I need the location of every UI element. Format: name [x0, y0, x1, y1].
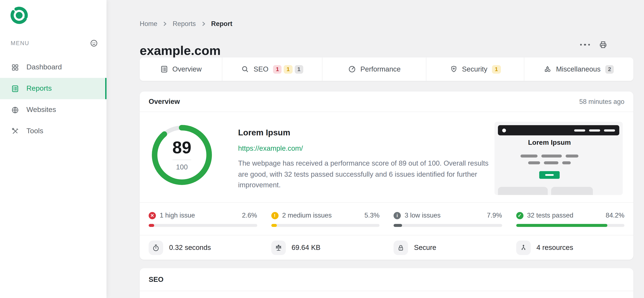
report-timestamp: 58 minutes ago	[579, 98, 624, 105]
site-thumbnail: Lorem Ipsum	[494, 122, 623, 195]
site-description: The webpage has received a performance s…	[238, 158, 499, 191]
reports-icon	[11, 84, 20, 93]
chevron-right-icon	[200, 21, 206, 27]
tab-badges: 1 1 1	[273, 65, 303, 73]
dashboard-icon	[11, 63, 20, 71]
metric-security: Secure	[394, 240, 502, 255]
stat-percent: 84.2%	[606, 212, 624, 219]
page-title: example.com	[140, 43, 221, 58]
sidebar-item-label: Tools	[26, 127, 43, 135]
tab-security[interactable]: Security 1	[426, 57, 524, 81]
thumbnail-nav-links	[574, 129, 615, 131]
tab-miscellaneous[interactable]: Miscellaneous 2	[524, 57, 633, 81]
low-issue-icon: i	[394, 212, 401, 219]
thumbnail-cta-button	[539, 171, 560, 179]
chevron-right-icon	[162, 21, 168, 27]
tab-seo[interactable]: SEO 1 1 1	[222, 57, 322, 81]
score-max: 100	[176, 163, 188, 171]
printer-icon[interactable]	[598, 40, 608, 49]
tab-label: Performance	[360, 65, 400, 73]
overview-icon	[160, 65, 168, 73]
stat-label: 1 high issue	[160, 212, 195, 219]
security-issues-badge: 1	[492, 65, 501, 73]
metric-load-time: 0.32 seconds	[149, 240, 257, 255]
metric-label: Secure	[414, 244, 436, 252]
sidebar-menu-header: MENU	[11, 39, 98, 47]
metric-label: 0.32 seconds	[169, 244, 211, 252]
stat-percent: 5.3%	[364, 212, 380, 219]
sidebar-item-dashboard[interactable]: Dashboard	[0, 57, 106, 78]
site-url-link[interactable]: https://example.com/	[238, 144, 303, 152]
breadcrumb-home[interactable]: Home	[140, 20, 158, 28]
stat-percent: 2.6%	[242, 212, 257, 219]
tab-performance[interactable]: Performance	[322, 57, 426, 81]
progress-track	[516, 224, 624, 227]
sidebar-nav: Dashboard Reports	[0, 57, 106, 142]
tab-label: SEO	[254, 65, 268, 73]
sidebar-item-label: Websites	[26, 106, 56, 114]
stat-label: 32 tests passed	[527, 212, 573, 219]
stopwatch-icon	[149, 240, 163, 255]
passed-check-icon: ✓	[516, 212, 523, 219]
stat-percent: 7.9%	[487, 212, 502, 219]
scale-icon	[271, 240, 286, 255]
seo-card-header: SEO	[140, 268, 633, 291]
globe-icon	[11, 106, 20, 114]
thumbnail-text-lines	[494, 161, 604, 164]
breadcrumb: Home Reports Report	[140, 20, 232, 28]
sidebar-item-tools[interactable]: Tools	[0, 120, 106, 142]
metric-label: 4 resources	[536, 244, 573, 252]
thumbnail-text-lines	[494, 155, 604, 158]
thumbnail-card-placeholder	[498, 187, 548, 195]
misc-count-badge: 2	[605, 65, 614, 73]
persona-icon[interactable]	[90, 39, 98, 47]
tab-overview[interactable]: Overview	[140, 57, 222, 81]
metric-resources: 4 resources	[516, 240, 624, 255]
breadcrumb-reports[interactable]: Reports	[173, 20, 196, 28]
thumbnail-navbar	[498, 125, 619, 135]
stat-medium-issues: ! 2 medium issues 5.3%	[271, 203, 380, 235]
high-issue-icon: ✕	[149, 212, 156, 219]
stat-low-issues: i 3 low issues 7.9%	[394, 203, 502, 235]
breadcrumb-current: Report	[211, 20, 232, 28]
report-tabbar: Overview SEO 1 1 1 Performance	[140, 57, 633, 81]
sitemap-icon	[516, 240, 530, 255]
tab-badges: 1	[492, 65, 501, 73]
thumbnail-card-placeholder	[551, 187, 593, 195]
progress-track	[394, 224, 502, 227]
gauge-icon	[348, 65, 356, 73]
score-divider	[172, 160, 191, 160]
shapes-icon	[544, 65, 552, 73]
menu-label: MENU	[11, 40, 30, 46]
stat-label: 3 low issues	[405, 212, 440, 219]
stat-label: 2 medium issues	[282, 212, 332, 219]
stat-high-issues: ✕ 1 high issue 2.6%	[149, 203, 257, 235]
metric-page-size: 69.64 KB	[271, 240, 380, 255]
stat-tests-passed: ✓ 32 tests passed 84.2%	[516, 203, 624, 235]
progress-track	[271, 224, 380, 227]
sidebar-item-label: Reports	[26, 84, 52, 93]
more-options-icon[interactable]	[580, 40, 590, 49]
thumbnail-logo-dot	[502, 128, 506, 132]
sidebar-item-websites[interactable]: Websites	[0, 99, 106, 120]
tools-icon	[11, 127, 20, 135]
app-logo-icon[interactable]	[9, 5, 29, 25]
app-root: MENU Da	[0, 0, 644, 298]
overview-card-header: Overview 58 minutes ago	[140, 91, 633, 112]
issue-stats-row: ✕ 1 high issue 2.6% ! 2 medium issues 5.…	[140, 202, 633, 235]
tab-label: Overview	[172, 65, 202, 73]
metric-label: 69.64 KB	[292, 244, 320, 252]
sidebar-item-reports[interactable]: Reports	[0, 78, 106, 99]
tab-label: Security	[462, 65, 487, 73]
shield-icon	[450, 65, 458, 73]
score-gauge: 89 100	[151, 124, 213, 186]
site-info: Lorem Ipsum https://example.com/ The web…	[238, 128, 499, 191]
thumbnail-heading: Lorem Ipsum	[494, 139, 604, 146]
card-title: SEO	[149, 276, 164, 284]
low-issues-badge: 1	[294, 65, 303, 73]
progress-fill	[394, 224, 402, 227]
progress-fill	[516, 224, 607, 227]
high-issues-badge: 1	[273, 65, 282, 73]
lock-icon	[394, 240, 408, 255]
score-value: 89	[172, 139, 192, 156]
